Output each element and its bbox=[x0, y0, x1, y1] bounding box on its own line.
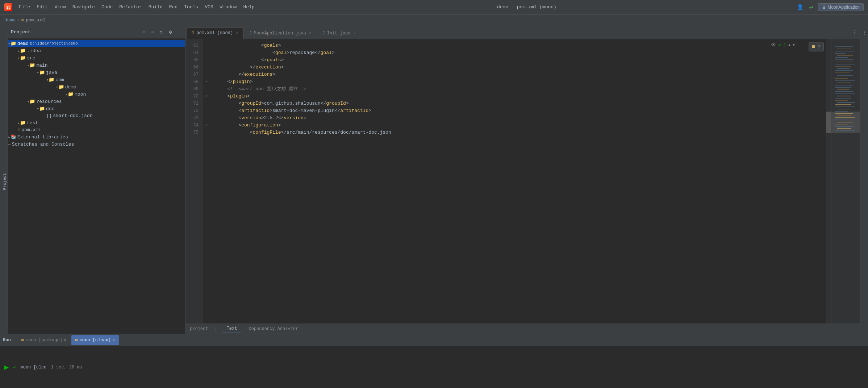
fold-icon-68[interactable]: ▾ bbox=[203, 78, 210, 85]
svg-rect-12 bbox=[837, 68, 850, 69]
tree-item-resources[interactable]: ▾ 📁resources bbox=[8, 98, 185, 105]
run-label: Run: bbox=[3, 338, 13, 343]
menu-item-navigate[interactable]: Navigate bbox=[70, 3, 98, 11]
code-content[interactable]: <goals> <goal>repackage</goal> </goals> … bbox=[210, 39, 826, 324]
editor-tab-pom-moon[interactable]: m pom.xml (moon) × bbox=[187, 27, 244, 39]
menu-item-file[interactable]: File bbox=[16, 3, 33, 11]
code-line-64: <goal>repackage</goal> bbox=[216, 49, 826, 57]
fold-icon-73 bbox=[203, 114, 210, 122]
project-label[interactable]: Project bbox=[2, 170, 8, 193]
svg-rect-37 bbox=[837, 122, 853, 122]
tabs-more-button[interactable]: ⋮ bbox=[849, 29, 860, 36]
run-tab-moon-[clean][interactable]: m moon [clean] × bbox=[71, 335, 118, 345]
fold-icon-70[interactable]: ▾ bbox=[203, 93, 210, 100]
breadcrumb-pom[interactable]: pom.xml bbox=[26, 17, 46, 23]
tree-item-demo-pkg[interactable]: ▾ 📁demo bbox=[8, 83, 185, 91]
vscrollbar-thumb[interactable] bbox=[826, 112, 831, 133]
code-line-72: <artifactId>smart-doc-maven-plugin</arti… bbox=[216, 107, 826, 114]
code-line-75: <configFile>/src/main/resources/doc/smar… bbox=[216, 129, 826, 136]
tree-item-smart-doc[interactable]: {}smart-doc.json bbox=[8, 112, 185, 119]
svg-rect-13 bbox=[835, 70, 853, 71]
profile-icon[interactable]: 👤 bbox=[796, 3, 804, 11]
svg-rect-33 bbox=[835, 113, 853, 114]
expand-icon[interactable]: ⇅ bbox=[159, 28, 164, 36]
right-sidebar-menu-icon[interactable]: ⋮ bbox=[862, 30, 867, 36]
tab-close-init[interactable]: × bbox=[353, 31, 357, 36]
tab-close-moon-app[interactable]: × bbox=[308, 31, 312, 36]
run-tab-close[interactable]: × bbox=[64, 338, 67, 342]
tab-label-init: Init.java bbox=[327, 31, 351, 36]
menu-item-refactor[interactable]: Refactor bbox=[116, 3, 145, 11]
settings-icon[interactable]: ⚙ bbox=[167, 28, 173, 36]
arrow-down-icon[interactable]: ▼ bbox=[793, 43, 795, 47]
close-panel-icon[interactable]: − bbox=[176, 29, 182, 36]
check-count: 1 bbox=[784, 43, 786, 48]
code-editor[interactable]: m × 👁 ✓ 1 ▲ ▼ 63646566676869707172737475… bbox=[185, 39, 860, 324]
tree-item-idea[interactable]: ▸ 📁.idea bbox=[8, 47, 185, 54]
run-tab-moon-[package][interactable]: m moon [package] × bbox=[18, 335, 70, 345]
left-sidebar: Project bbox=[0, 26, 8, 334]
tree-item-demo-root[interactable]: ▾ 📁demoD:\IdeaProjects\demo bbox=[8, 40, 185, 47]
fold-icon-64 bbox=[203, 49, 210, 57]
tree-item-main[interactable]: ▾ 📁main bbox=[8, 62, 185, 69]
menu-item-code[interactable]: Code bbox=[99, 3, 116, 11]
moon-app-button[interactable]: 🖥 MoonApplication bbox=[818, 3, 864, 11]
collapse-all-icon[interactable]: ≡ bbox=[150, 29, 155, 36]
vscrollbar[interactable] bbox=[826, 39, 831, 324]
menu-item-tools[interactable]: Tools bbox=[181, 3, 201, 11]
svg-rect-23 bbox=[835, 93, 855, 94]
fold-icon-74[interactable]: ▾ bbox=[203, 122, 210, 129]
tree-item-scratches[interactable]: ✏Scratches and Consoles bbox=[8, 141, 185, 148]
tree-item-moon[interactable]: ▸ 📁moon bbox=[8, 91, 185, 98]
tree-item-java[interactable]: ▾ 📁java bbox=[8, 69, 185, 76]
tab-label-pom-moon: pom.xml (moon) bbox=[196, 30, 233, 36]
tree-item-pom[interactable]: mpom.xml bbox=[8, 126, 185, 133]
menu-item-build[interactable]: Build bbox=[146, 3, 166, 11]
menu-item-vcs[interactable]: VCS bbox=[202, 3, 216, 11]
fold-icon-67 bbox=[203, 71, 210, 78]
fold-gutter: ▾▾▾ bbox=[203, 39, 210, 324]
menu-bar: FileEditViewNavigateCodeRefactorBuildRun… bbox=[16, 3, 258, 11]
run-tab-close[interactable]: × bbox=[113, 338, 115, 342]
tree-item-test[interactable]: ▸ 📁test bbox=[8, 119, 185, 126]
menu-item-window[interactable]: Window bbox=[217, 3, 240, 11]
run-play-button[interactable]: ▶ bbox=[4, 363, 9, 372]
tree-item-com[interactable]: ▾ 📁com bbox=[8, 76, 185, 83]
popup-close-button[interactable]: × bbox=[818, 44, 821, 49]
eye-off-icon[interactable]: 👁 bbox=[771, 42, 776, 48]
dependency-analyzer-tab[interactable]: Dependency Analyzer bbox=[244, 325, 302, 333]
tree-item-ext-libs[interactable]: ▸ 📚External Libraries bbox=[8, 133, 185, 141]
tab-close-pom-moon[interactable]: × bbox=[235, 30, 239, 36]
tree-item-doc[interactable]: ▾ 📁doc bbox=[8, 105, 185, 112]
fold-icon-71 bbox=[203, 100, 210, 107]
tree-item-src[interactable]: ▾ 📁src bbox=[8, 54, 185, 62]
text-tab[interactable]: Text bbox=[222, 325, 242, 333]
tab-icon-moon-app: J bbox=[249, 31, 252, 36]
locate-icon[interactable]: ⊕ bbox=[141, 28, 147, 36]
vcs-icon[interactable]: ↩ bbox=[808, 2, 814, 12]
menu-item-run[interactable]: Run bbox=[166, 3, 180, 11]
code-line-65: </goals> bbox=[216, 57, 826, 64]
project-label-bottom: project bbox=[190, 326, 208, 331]
svg-text:IJ: IJ bbox=[7, 6, 11, 10]
svg-rect-8 bbox=[835, 59, 853, 60]
svg-rect-15 bbox=[837, 75, 853, 76]
svg-rect-9 bbox=[837, 62, 851, 62]
breadcrumb-demo[interactable]: demo bbox=[4, 17, 16, 23]
svg-rect-36 bbox=[835, 120, 846, 120]
menu-item-help[interactable]: Help bbox=[240, 3, 257, 11]
editor-tab-init[interactable]: J Init.java × bbox=[317, 27, 361, 39]
bottom-panel: Run: m moon [package] ×m moon [clean] × … bbox=[0, 334, 868, 388]
main-container: Project Project ⊕ ≡ ⇅ ⚙ − ▾ 📁demoD:\Idea… bbox=[0, 26, 868, 334]
arrow-up-icon[interactable]: ▲ bbox=[788, 43, 790, 47]
project-panel: Project ⊕ ≡ ⇅ ⚙ − ▾ 📁demoD:\IdeaProjects… bbox=[8, 26, 185, 334]
svg-rect-34 bbox=[837, 115, 851, 116]
svg-rect-39 bbox=[835, 126, 853, 127]
editor-tab-moon-app[interactable]: J MoonApplication.java × bbox=[245, 27, 317, 39]
code-line-68: </plugin> bbox=[216, 78, 826, 85]
menu-item-view[interactable]: View bbox=[51, 3, 68, 11]
bottom-bar-sep: | bbox=[214, 326, 216, 331]
run-tab-icon: m bbox=[21, 338, 24, 343]
fold-icon-75 bbox=[203, 129, 210, 136]
menu-item-edit[interactable]: Edit bbox=[34, 3, 51, 11]
